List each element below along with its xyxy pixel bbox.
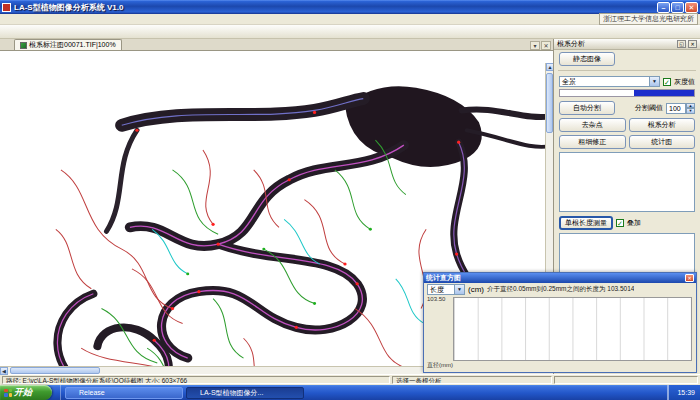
organization-label: 浙江理工大学信息光电研究所 — [599, 13, 698, 25]
spin-down-icon[interactable]: ▼ — [686, 108, 695, 114]
panel-close-icon[interactable]: ✕ — [688, 40, 697, 48]
start-button-label: 开始 — [14, 386, 32, 399]
auto-segment-button[interactable]: 自动分割 — [559, 101, 615, 115]
histogram-plot-area: 103.50 直径(mm) — [427, 296, 693, 370]
tab-menu-button[interactable]: ▾ — [530, 41, 540, 50]
task-las-app[interactable]: LA-S型植物图像分... — [186, 387, 304, 399]
single-root-measure-button[interactable]: 单根长度测量 — [559, 216, 613, 230]
histogram-plot — [453, 297, 692, 361]
tab-strip: 根系标注图00071.TIF|100% ▾ ✕ — [0, 39, 553, 51]
unit-label: (cm) — [468, 285, 484, 294]
chevron-down-icon[interactable]: ▼ — [649, 77, 659, 86]
quick-launch — [52, 385, 61, 400]
app-window: LA-S型植物图像分析系统 V1.0 – □ ✕ 浙江理工大学信息光电研究所 根… — [0, 0, 700, 400]
histogram-controls: 长度 ▼ (cm) 介于直径0.05mm到0.25mm之间的长度为 103.50… — [424, 283, 696, 296]
task-buttons: Release LA-S型植物图像分... — [61, 385, 667, 400]
status-hint: 选择一条根分析 — [392, 376, 552, 384]
grayscale-checkbox[interactable]: ✓ — [663, 78, 671, 86]
measure-select-value: 长度 — [428, 285, 454, 295]
system-tray: 15:39 — [667, 385, 700, 400]
window-title: LA-S型植物图像分析系统 V1.0 — [14, 2, 656, 13]
app-icon — [190, 389, 198, 397]
panel-pin-icon[interactable]: ◱ — [677, 40, 686, 48]
threshold-label: 分割阈值 — [635, 103, 663, 113]
task-release[interactable]: Release — [65, 387, 183, 399]
minimize-button[interactable]: – — [657, 2, 670, 13]
app-icon — [2, 3, 11, 12]
folder-icon — [69, 389, 77, 397]
results-box-global — [559, 152, 695, 212]
view-select-value: 全景 — [560, 77, 649, 87]
refine-button[interactable]: 粗细修正 — [559, 135, 626, 149]
histogram-title-bar[interactable]: 统计直方图 ✕ — [424, 273, 696, 283]
divider — [558, 70, 696, 71]
histogram-close-icon[interactable]: ✕ — [685, 274, 694, 282]
histogram-window: 统计直方图 ✕ 长度 ▼ (cm) 介于直径0.05mm到0.25mm之间的长度… — [423, 272, 697, 373]
tab-close-button[interactable]: ✕ — [541, 41, 551, 50]
windows-logo-icon — [4, 389, 12, 397]
image-tab[interactable]: 根系标注图00071.TIF|100% — [14, 39, 122, 50]
status-bar: 路径: E:\vc\LA-S型植物图像分析系统\OO待截图 大小: 603×76… — [0, 374, 700, 385]
image-thumbnail-icon — [20, 42, 27, 49]
clock: 15:39 — [677, 389, 695, 396]
y-axis-max-label: 103.50 — [427, 296, 445, 302]
denoise-button[interactable]: 去杂点 — [559, 118, 626, 132]
task-release-label: Release — [79, 389, 105, 396]
view-select[interactable]: 全景 ▼ — [559, 76, 660, 87]
vertical-scroll-thumb[interactable] — [546, 73, 553, 133]
threshold-spinner[interactable]: 100 ▲ ▼ — [666, 103, 695, 114]
scroll-left-icon[interactable]: ◀ — [0, 367, 8, 375]
close-button[interactable]: ✕ — [685, 2, 698, 13]
x-axis-ticks — [453, 362, 692, 370]
overlay-checkbox-label: 叠加 — [627, 218, 641, 228]
x-axis-title: 直径(mm) — [427, 361, 453, 370]
status-empty — [554, 376, 698, 384]
status-path: 路径: E:\vc\LA-S型植物图像分析系统\OO待截图 大小: 603×76… — [2, 376, 390, 384]
chevron-down-icon[interactable]: ▼ — [454, 285, 464, 294]
chart-button[interactable]: 统计图 — [629, 135, 696, 149]
maximize-button[interactable]: □ — [671, 2, 684, 13]
taskbar: 开始 Release LA-S型植物图像分... 15:39 — [0, 385, 700, 400]
histogram-info-text: 介于直径0.05mm到0.25mm之间的长度为 103.5014 — [487, 285, 634, 294]
threshold-slider-fill — [634, 90, 694, 96]
menu-bar: 浙江理工大学信息光电研究所 — [0, 14, 700, 25]
threshold-slider[interactable] — [559, 89, 695, 97]
horizontal-scroll-thumb[interactable] — [10, 367, 100, 374]
toolbar — [0, 25, 700, 39]
content-area: 根系标注图00071.TIF|100% ▾ ✕ — [0, 39, 700, 374]
measure-select[interactable]: 长度 ▼ — [427, 284, 465, 295]
task-las-app-label: LA-S型植物图像分... — [200, 388, 263, 398]
image-tab-label: 根系标注图00071.TIF|100% — [29, 40, 116, 50]
title-bar[interactable]: LA-S型植物图像分析系统 V1.0 – □ ✕ — [0, 0, 700, 14]
histogram-title: 统计直方图 — [426, 273, 461, 283]
panel-title-bar: 根系分析 ◱ ✕ — [554, 39, 700, 50]
start-button[interactable]: 开始 — [0, 385, 52, 400]
grayscale-checkbox-label: 灰度值 — [674, 77, 695, 87]
root-analysis-button[interactable]: 根系分析 — [629, 118, 696, 132]
scroll-up-icon[interactable]: ▲ — [546, 63, 553, 71]
tab-controls: ▾ ✕ — [529, 41, 551, 50]
static-image-button[interactable]: 静态图像 — [559, 52, 615, 66]
overlay-checkbox[interactable]: ✓ — [616, 219, 624, 227]
threshold-value[interactable]: 100 — [666, 103, 686, 114]
panel-title: 根系分析 — [557, 39, 585, 49]
